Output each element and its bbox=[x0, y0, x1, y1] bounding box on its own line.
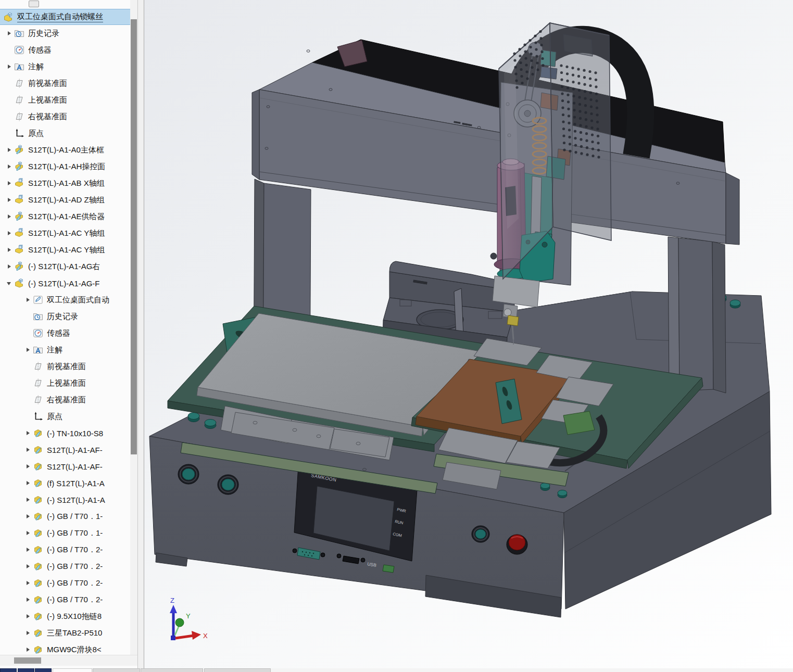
part-feather-icon bbox=[33, 561, 44, 572]
expand-arrow-icon[interactable] bbox=[6, 146, 14, 154]
tree-item-label: S12T(L)-A1-AC Y轴组 bbox=[28, 245, 105, 255]
tree-item[interactable]: 原点 bbox=[0, 408, 130, 425]
part-feather-icon bbox=[33, 644, 44, 655]
tree-item[interactable]: 原点 bbox=[0, 125, 130, 142]
expand-arrow-icon[interactable] bbox=[25, 579, 33, 587]
panel-button-teal-3[interactable] bbox=[472, 526, 489, 542]
tree-item[interactable]: S12T(L)-A1-AB X轴组 bbox=[0, 175, 130, 192]
tree-item[interactable]: 传感器 bbox=[0, 42, 130, 58]
horizontal-scrollbar-thumb[interactable] bbox=[14, 657, 41, 664]
tree-item[interactable]: S12T(L)-A1-AF- bbox=[0, 441, 130, 458]
expand-arrow-placeholder bbox=[6, 96, 14, 104]
expand-arrow-icon[interactable] bbox=[6, 63, 14, 70]
tree-item-label: 传感器 bbox=[28, 45, 52, 55]
tree-item-label: (-) S12T(L)-A1-A bbox=[47, 496, 105, 504]
expand-arrow-icon[interactable] bbox=[25, 496, 33, 503]
expand-arrow-icon[interactable] bbox=[25, 446, 33, 453]
tree-item-label: S12T(L)-A1-AB X轴组 bbox=[28, 179, 105, 188]
tree-item[interactable]: MGW9C滑块8< bbox=[0, 641, 130, 655]
emergency-stop-button[interactable] bbox=[507, 535, 527, 554]
tree-item[interactable]: (-) TN-10x10-S8 bbox=[0, 425, 130, 441]
tree-item[interactable]: 注解 bbox=[0, 341, 130, 358]
sensors-gauge-icon bbox=[33, 328, 44, 338]
tree-item[interactable]: (-) S12T(L)-A1-AG-F bbox=[0, 275, 130, 291]
reference-plane-icon bbox=[33, 395, 44, 405]
expand-arrow-icon[interactable] bbox=[25, 613, 33, 620]
tree-item[interactable]: S12T(L)-A1-A0主体框 bbox=[0, 142, 130, 158]
tree-root-item[interactable]: 双工位桌面式自动锁螺丝 bbox=[0, 9, 130, 25]
panel-splitter[interactable] bbox=[137, 0, 144, 672]
expand-arrow-icon[interactable] bbox=[25, 346, 33, 353]
tree-item[interactable]: 前视基准面 bbox=[0, 358, 130, 375]
expand-arrow-icon[interactable] bbox=[6, 246, 14, 253]
gantry-beam[interactable] bbox=[252, 40, 739, 245]
tree-item[interactable]: S12T(L)-A1-AH操控面 bbox=[0, 158, 130, 175]
expand-arrow-icon[interactable] bbox=[6, 180, 14, 187]
tree-item[interactable]: 历史记录 bbox=[0, 308, 130, 325]
tree-item[interactable]: 双工位桌面式自动 bbox=[0, 291, 130, 308]
tree-item[interactable]: S12T(L)-A1-AD Z轴组 bbox=[0, 192, 130, 208]
tree-item-label: 前视基准面 bbox=[28, 79, 67, 88]
tree-item[interactable]: (-) GB / T70．2- bbox=[0, 575, 130, 591]
tree-item[interactable]: (-) S12T(L)-A1-AG右 bbox=[0, 258, 130, 275]
vertical-scrollbar-thumb[interactable] bbox=[131, 19, 137, 454]
subassembly-edit-icon bbox=[14, 261, 25, 272]
expand-arrow-icon[interactable] bbox=[25, 596, 33, 603]
expand-arrow-icon[interactable] bbox=[6, 196, 14, 204]
right-column[interactable] bbox=[678, 238, 713, 391]
tree-item[interactable]: 右视基准面 bbox=[0, 108, 130, 125]
expand-arrow-icon[interactable] bbox=[6, 263, 14, 270]
tree-item-label: 上视基准面 bbox=[47, 378, 86, 388]
tree-vertical-scrollbar[interactable] bbox=[130, 0, 137, 655]
expand-arrow-icon[interactable] bbox=[25, 463, 33, 470]
expand-arrow-icon[interactable] bbox=[25, 529, 33, 537]
tree-item[interactable]: (-) GB / T70．2- bbox=[0, 541, 130, 558]
tree-item[interactable]: S12T(L)-A1-AE供给器 bbox=[0, 208, 130, 225]
tree-item[interactable]: (f) S12T(L)-A1-A bbox=[0, 475, 130, 491]
tree-item[interactable]: 前视基准面 bbox=[0, 75, 130, 92]
taskbar-fragment bbox=[204, 668, 271, 672]
tree-item[interactable]: 历史记录 bbox=[0, 25, 130, 42]
tree-item[interactable]: S12T(L)-A1-AC Y轴组 bbox=[0, 242, 130, 258]
expand-arrow-icon[interactable] bbox=[6, 163, 14, 170]
expand-arrow-placeholder bbox=[6, 80, 14, 87]
tree-item[interactable]: 右视基准面 bbox=[0, 391, 130, 408]
expand-arrow-icon[interactable] bbox=[25, 546, 33, 553]
expand-arrow-icon[interactable] bbox=[25, 646, 33, 653]
panel-button-teal-1[interactable] bbox=[178, 464, 199, 484]
tree-item[interactable]: 传感器 bbox=[0, 325, 130, 341]
tree-item[interactable]: 上视基准面 bbox=[0, 92, 130, 108]
expand-arrow-icon[interactable] bbox=[6, 30, 14, 37]
taskbar-fragment bbox=[141, 668, 203, 672]
expand-arrow-icon[interactable] bbox=[6, 280, 14, 287]
assembly-root-icon bbox=[14, 278, 25, 288]
tree-item-label: (-) GB / T70．2- bbox=[47, 578, 103, 588]
expand-arrow-icon[interactable] bbox=[25, 629, 33, 637]
expand-arrow-icon[interactable] bbox=[6, 213, 14, 220]
tree-item-label: 历史记录 bbox=[28, 29, 59, 39]
tree-item[interactable]: 三星TAB2-P510 bbox=[0, 625, 130, 641]
expand-arrow-icon[interactable] bbox=[25, 513, 33, 520]
expand-arrow-placeholder bbox=[25, 396, 33, 403]
expand-arrow-icon[interactable] bbox=[25, 296, 33, 303]
tree-item[interactable]: (-) GB / T70．1- bbox=[0, 525, 130, 541]
part-feather-icon bbox=[33, 528, 44, 538]
panel-button-teal-2[interactable] bbox=[218, 475, 238, 495]
tree-item[interactable]: S12T(L)-A1-AF- bbox=[0, 458, 130, 475]
expand-arrow-icon[interactable] bbox=[25, 479, 33, 487]
tree-item[interactable]: (-) 9.5X10拖链8 bbox=[0, 608, 130, 625]
expand-arrow-icon[interactable] bbox=[25, 429, 33, 437]
part-feather-icon bbox=[33, 495, 44, 505]
tree-item[interactable]: (-) S12T(L)-A1-A bbox=[0, 491, 130, 508]
tree-item[interactable]: (-) GB / T70．1- bbox=[0, 508, 130, 525]
expand-arrow-icon[interactable] bbox=[25, 563, 33, 570]
tree-item[interactable]: 注解 bbox=[0, 58, 130, 75]
tree-item[interactable]: (-) GB / T70．2- bbox=[0, 558, 130, 575]
tree-item-label: 三星TAB2-P510 bbox=[47, 628, 102, 638]
3d-viewport[interactable]: SAMKOON PWR RUN COM USB bbox=[144, 0, 793, 672]
tree-item[interactable]: S12T(L)-A1-AC Y轴组 bbox=[0, 225, 130, 242]
tree-horizontal-scrollbar[interactable] bbox=[0, 655, 137, 666]
tree-item[interactable]: 上视基准面 bbox=[0, 375, 130, 391]
expand-arrow-icon[interactable] bbox=[6, 230, 14, 237]
tree-item[interactable]: (-) GB / T70．2- bbox=[0, 591, 130, 608]
